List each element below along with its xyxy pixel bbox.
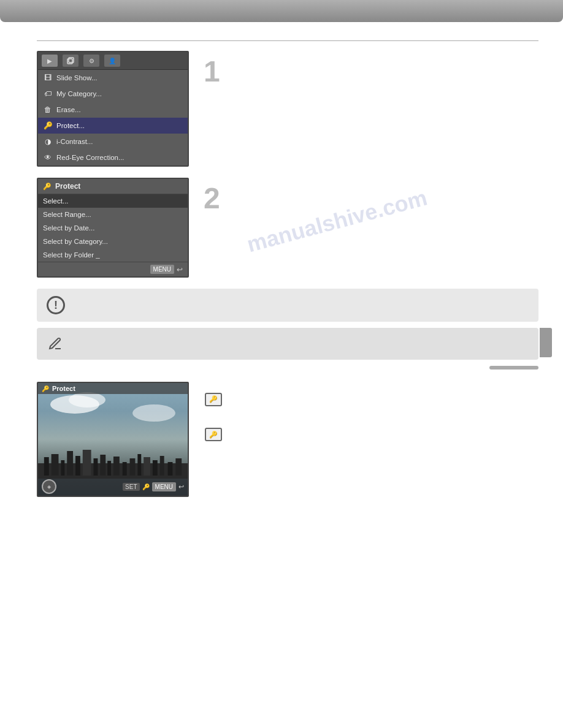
mycategory-icon: 🏷	[43, 89, 53, 99]
svg-rect-12	[113, 457, 120, 476]
side-tab	[540, 328, 552, 357]
step-1-number: 1	[204, 57, 228, 86]
note-pencil-icon	[47, 335, 64, 352]
footer-arrow: ↩	[177, 265, 183, 274]
svg-rect-17	[153, 460, 158, 476]
svg-rect-15	[137, 454, 141, 476]
erase-label: Erase...	[56, 106, 81, 113]
step3-key-icon-2: 🔑	[205, 428, 222, 441]
svg-rect-0	[67, 59, 72, 64]
section-divider	[37, 40, 538, 41]
protect-item-category[interactable]: Select by Category...	[38, 235, 188, 248]
svg-rect-2	[38, 463, 188, 479]
svg-rect-8	[83, 450, 91, 476]
protect-item-select[interactable]: Select...	[38, 194, 188, 208]
slideshow-icon: 🎞	[43, 73, 53, 83]
photo-footer: ◈ SET 🔑 MENU ↩	[38, 477, 188, 496]
circle-button[interactable]: ◈	[42, 479, 56, 494]
svg-rect-7	[75, 456, 80, 476]
menu-button[interactable]: MENU	[150, 265, 174, 274]
tab-copy[interactable]	[63, 55, 79, 67]
bottom-gray-label	[489, 366, 538, 370]
top-bar	[0, 0, 563, 22]
svg-rect-13	[123, 462, 127, 476]
svg-rect-9	[94, 458, 98, 476]
mycategory-label: My Category...	[56, 90, 102, 97]
camera-menu-screen: ▶ ⚙ 👤 🎞 Slide Show...	[37, 51, 189, 167]
notice-box: !	[37, 289, 538, 322]
photo-menu-btn[interactable]: MENU	[152, 482, 176, 491]
protect-select-label: Select...	[43, 197, 69, 205]
notice-icon: !	[47, 296, 65, 314]
protect-submenu-screen: 🔑 Protect Select... Select Range... Sele…	[37, 178, 189, 278]
tab-person[interactable]: 👤	[104, 55, 120, 67]
protect-item-range[interactable]: Select Range...	[38, 208, 188, 221]
step-3-row: 🔑 Protect ◈ SET 🔑 MENU ↩	[37, 382, 538, 497]
protect-item-date[interactable]: Select by Date...	[38, 221, 188, 235]
protect-range-label: Select Range...	[43, 211, 91, 218]
protect-screen-footer: MENU ↩	[38, 262, 188, 276]
svg-rect-20	[175, 458, 182, 476]
menu-list: 🎞 Slide Show... 🏷 My Category... 🗑 Erase…	[38, 70, 188, 165]
tab-play[interactable]: ▶	[42, 55, 58, 67]
svg-rect-5	[61, 460, 64, 476]
svg-rect-10	[100, 455, 105, 476]
menu-item-protect[interactable]: 🔑 Protect...	[38, 118, 188, 134]
menu-item-erase[interactable]: 🗑 Erase...	[38, 102, 188, 118]
photo-header: 🔑 Protect	[38, 383, 188, 394]
svg-rect-14	[130, 458, 136, 476]
step-1-text	[243, 51, 538, 59]
protect-item-folder[interactable]: Select by Folder _	[38, 248, 188, 262]
menu-item-icontrast[interactable]: ◑ i-Contrast...	[38, 134, 188, 150]
protect-date-label: Select by Date...	[43, 224, 94, 232]
step-2-text	[243, 178, 538, 186]
redeye-icon: 👁	[43, 153, 53, 162]
icontrast-label: i-Contrast...	[56, 138, 93, 145]
protect-folder-label: Select by Folder _	[43, 251, 100, 259]
photo-footer-left: ◈	[42, 479, 56, 494]
step-3-text: 🔑 🔑	[204, 382, 538, 442]
step-2-number: 2	[204, 184, 228, 213]
step-2-row: 🔑 Protect Select... Select Range... Sele…	[37, 178, 538, 278]
svg-rect-18	[160, 456, 164, 476]
photo-footer-arrow: ↩	[178, 483, 184, 491]
note-box	[37, 328, 538, 360]
menu-item-mycategory[interactable]: 🏷 My Category...	[38, 86, 188, 102]
tab-settings[interactable]: ⚙	[83, 55, 99, 67]
svg-rect-16	[144, 457, 150, 476]
footer-key-icon: 🔑	[142, 483, 150, 490]
svg-rect-4	[52, 454, 59, 476]
photo-header-text: Protect	[52, 385, 75, 392]
svg-rect-11	[107, 461, 111, 476]
menu-item-slideshow[interactable]: 🎞 Slide Show...	[38, 70, 188, 86]
photo-screen: 🔑 Protect ◈ SET 🔑 MENU ↩	[37, 382, 189, 497]
protect-label: Protect...	[56, 122, 85, 129]
menu-item-redeye[interactable]: 👁 Red-Eye Correction...	[38, 150, 188, 165]
protect-header-icon: 🔑	[43, 183, 52, 191]
slideshow-label: Slide Show...	[56, 74, 97, 82]
step-1-row: ▶ ⚙ 👤 🎞 Slide Show...	[37, 51, 538, 167]
photo-footer-controls: SET 🔑 MENU ↩	[123, 482, 184, 491]
svg-rect-1	[69, 58, 74, 63]
protect-category-label: Select by Category...	[43, 238, 108, 245]
photo-protect-icon: 🔑	[42, 385, 49, 392]
protect-icon: 🔑	[43, 121, 53, 131]
protect-screen-header: 🔑 Protect	[38, 179, 188, 194]
notice-icon-symbol: !	[54, 299, 58, 312]
set-label: SET	[123, 483, 139, 491]
protect-submenu-list: Select... Select Range... Select by Date…	[38, 194, 188, 262]
erase-icon: 🗑	[43, 105, 53, 115]
svg-rect-6	[67, 451, 73, 476]
svg-rect-19	[168, 462, 173, 476]
cam-tab-bar: ▶ ⚙ 👤	[38, 52, 188, 70]
protect-header-text: Protect	[55, 182, 80, 191]
step3-key-icon-1: 🔑	[205, 393, 222, 406]
svg-rect-3	[44, 457, 49, 476]
icontrast-icon: ◑	[43, 137, 53, 146]
redeye-label: Red-Eye Correction...	[56, 154, 124, 161]
